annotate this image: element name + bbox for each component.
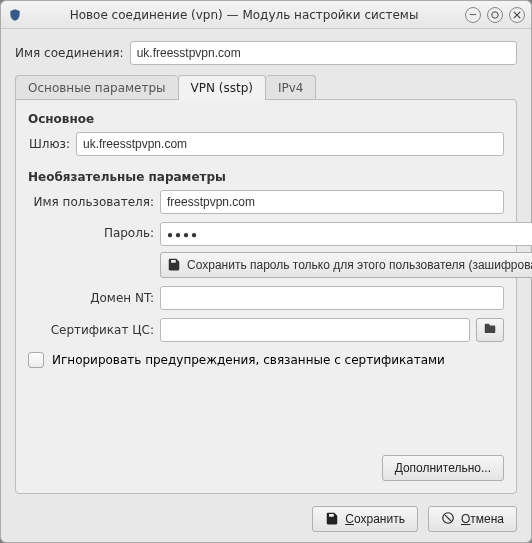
password-store-button[interactable]: Сохранить пароль только для этого пользо… <box>160 252 532 278</box>
close-button[interactable] <box>509 7 525 23</box>
cancel-icon <box>441 511 455 528</box>
gateway-input[interactable] <box>76 132 504 156</box>
maximize-button[interactable] <box>487 7 503 23</box>
save-button[interactable]: Сохранить <box>312 506 418 532</box>
window-buttons: − <box>465 7 525 23</box>
svg-point-0 <box>492 11 498 17</box>
cert-browse-button[interactable] <box>476 318 504 342</box>
dialog-footer: Сохранить Отмена <box>15 494 517 532</box>
username-label: Имя пользователя: <box>28 195 154 209</box>
tab-vpn[interactable]: VPN (sstp) <box>178 75 266 100</box>
ntdomain-row: Домен NT: <box>28 286 504 310</box>
ntdomain-label: Домен NT: <box>28 291 154 305</box>
tab-ipv4[interactable]: IPv4 <box>266 75 317 100</box>
cancel-label: Отмена <box>461 512 504 526</box>
password-input-wrap <box>160 222 532 246</box>
minimize-button[interactable]: − <box>465 7 481 23</box>
password-input[interactable] <box>160 222 532 246</box>
floppy-icon <box>167 257 181 274</box>
cert-input[interactable] <box>160 318 470 342</box>
save-label: Сохранить <box>345 512 405 526</box>
password-row: Пароль: Сохранить пароль только для этог… <box>28 222 504 278</box>
connection-name-label: Имя соединения: <box>15 46 124 60</box>
advanced-button[interactable]: Дополнительно... <box>382 455 504 481</box>
section-main-title: Основное <box>28 112 504 126</box>
advanced-label: Дополнительно... <box>395 461 491 475</box>
connection-name-row: Имя соединения: <box>15 41 517 65</box>
folder-icon <box>483 322 497 339</box>
tab-general[interactable]: Основные параметры <box>15 75 178 100</box>
vpn-tab-panel: Основное Шлюз: Необязательные параметры … <box>15 99 517 494</box>
window-title: Новое соединение (vpn) — Модуль настройк… <box>23 8 465 22</box>
password-label: Пароль: <box>28 222 154 240</box>
ignore-warn-row: Игнорировать предупреждения, связанные с… <box>28 352 504 368</box>
gateway-label: Шлюз: <box>28 137 70 151</box>
tab-bar: Основные параметры VPN (sstp) IPv4 <box>15 75 517 100</box>
shield-icon <box>7 7 23 23</box>
window: Новое соединение (vpn) — Модуль настройк… <box>0 0 532 543</box>
ntdomain-input[interactable] <box>160 286 504 310</box>
floppy-icon <box>325 511 339 528</box>
cert-row: Сертификат ЦС: <box>28 318 504 342</box>
cancel-button[interactable]: Отмена <box>428 506 517 532</box>
dialog-body: Имя соединения: Основные параметры VPN (… <box>1 29 531 542</box>
gateway-row: Шлюз: <box>28 132 504 156</box>
cert-label: Сертификат ЦС: <box>28 323 154 337</box>
ignore-warn-label: Игнорировать предупреждения, связанные с… <box>52 353 445 367</box>
username-input[interactable] <box>160 190 504 214</box>
ignore-warn-checkbox[interactable] <box>28 352 44 368</box>
username-row: Имя пользователя: <box>28 190 504 214</box>
titlebar: Новое соединение (vpn) — Модуль настройк… <box>1 1 531 29</box>
password-store-label: Сохранить пароль только для этого пользо… <box>187 258 532 272</box>
connection-name-input[interactable] <box>130 41 517 65</box>
panel-footer: Дополнительно... <box>28 455 504 481</box>
section-optional-title: Необязательные параметры <box>28 170 504 184</box>
